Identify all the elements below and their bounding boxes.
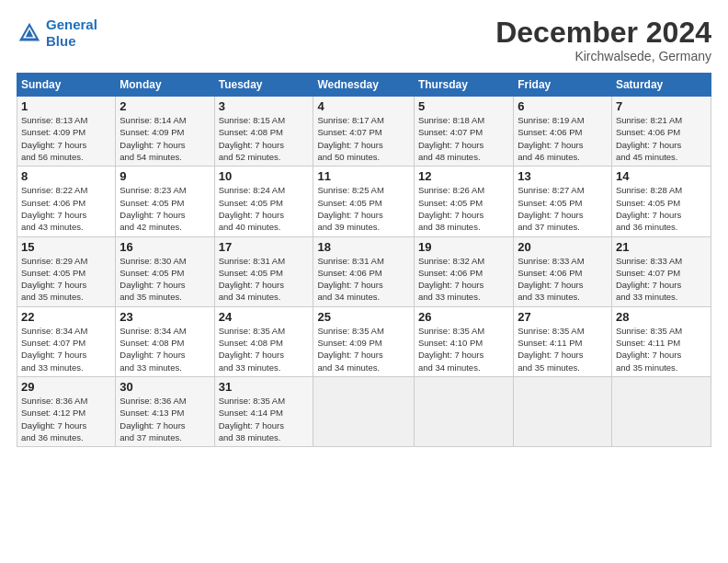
day-info: Sunrise: 8:23 AM Sunset: 4:05 PM Dayligh… [119, 184, 210, 233]
table-row: 24Sunrise: 8:35 AM Sunset: 4:08 PM Dayli… [214, 306, 313, 376]
day-number: 8 [21, 169, 111, 183]
day-number: 13 [518, 169, 608, 183]
day-number: 14 [616, 169, 707, 183]
table-row: 9Sunrise: 8:23 AM Sunset: 4:05 PM Daylig… [116, 167, 214, 236]
col-sunday: Sunday [17, 74, 116, 97]
calendar-row: 1Sunrise: 8:13 AM Sunset: 4:09 PM Daylig… [17, 97, 711, 167]
table-row: 4Sunrise: 8:17 AM Sunset: 4:07 PM Daylig… [313, 97, 414, 167]
day-info: Sunrise: 8:26 AM Sunset: 4:05 PM Dayligh… [418, 184, 509, 233]
day-number: 28 [616, 310, 707, 324]
day-info: Sunrise: 8:33 AM Sunset: 4:07 PM Dayligh… [616, 255, 707, 304]
table-row: 28Sunrise: 8:35 AM Sunset: 4:11 PM Dayli… [611, 306, 711, 376]
table-row: 12Sunrise: 8:26 AM Sunset: 4:05 PM Dayli… [414, 167, 513, 236]
col-tuesday: Tuesday [214, 74, 313, 97]
table-row: 2Sunrise: 8:14 AM Sunset: 4:09 PM Daylig… [116, 97, 214, 167]
day-number: 7 [616, 99, 707, 113]
logo-line2: Blue [46, 33, 76, 49]
day-info: Sunrise: 8:27 AM Sunset: 4:05 PM Dayligh… [518, 184, 608, 233]
logo: General Blue [17, 17, 97, 50]
day-info: Sunrise: 8:36 AM Sunset: 4:13 PM Dayligh… [119, 395, 210, 443]
day-number: 25 [317, 310, 409, 324]
logo-icon [17, 20, 42, 46]
table-row [313, 376, 414, 446]
day-number: 29 [21, 380, 111, 394]
col-thursday: Thursday [414, 74, 513, 97]
table-row: 14Sunrise: 8:28 AM Sunset: 4:05 PM Dayli… [611, 167, 711, 236]
location: Kirchwalsede, Germany [495, 49, 711, 63]
table-row: 10Sunrise: 8:24 AM Sunset: 4:05 PM Dayli… [214, 167, 313, 236]
logo-line1: General [46, 17, 97, 32]
table-row: 21Sunrise: 8:33 AM Sunset: 4:07 PM Dayli… [611, 236, 711, 306]
day-info: Sunrise: 8:34 AM Sunset: 4:08 PM Dayligh… [119, 325, 210, 373]
day-info: Sunrise: 8:28 AM Sunset: 4:05 PM Dayligh… [616, 184, 707, 233]
day-info: Sunrise: 8:29 AM Sunset: 4:05 PM Dayligh… [21, 255, 111, 304]
day-number: 5 [418, 99, 509, 113]
table-row: 18Sunrise: 8:31 AM Sunset: 4:06 PM Dayli… [313, 236, 414, 306]
header: General Blue December 2024 Kirchwalsede,… [17, 17, 711, 63]
day-number: 15 [21, 240, 111, 254]
day-number: 4 [317, 99, 409, 113]
day-number: 21 [616, 240, 707, 254]
table-row: 19Sunrise: 8:32 AM Sunset: 4:06 PM Dayli… [414, 236, 513, 306]
day-info: Sunrise: 8:33 AM Sunset: 4:06 PM Dayligh… [518, 255, 608, 304]
day-info: Sunrise: 8:18 AM Sunset: 4:07 PM Dayligh… [418, 114, 509, 163]
day-number: 6 [518, 99, 608, 113]
day-number: 16 [119, 240, 210, 254]
table-row: 8Sunrise: 8:22 AM Sunset: 4:06 PM Daylig… [17, 167, 116, 236]
col-saturday: Saturday [611, 74, 711, 97]
day-number: 23 [119, 310, 210, 324]
day-info: Sunrise: 8:31 AM Sunset: 4:05 PM Dayligh… [219, 255, 310, 304]
day-info: Sunrise: 8:35 AM Sunset: 4:10 PM Dayligh… [418, 325, 509, 373]
table-row: 15Sunrise: 8:29 AM Sunset: 4:05 PM Dayli… [17, 236, 116, 306]
table-row: 7Sunrise: 8:21 AM Sunset: 4:06 PM Daylig… [611, 97, 711, 167]
day-number: 20 [518, 240, 608, 254]
table-row: 5Sunrise: 8:18 AM Sunset: 4:07 PM Daylig… [414, 97, 513, 167]
day-number: 1 [21, 99, 111, 113]
table-row: 20Sunrise: 8:33 AM Sunset: 4:06 PM Dayli… [514, 236, 612, 306]
day-number: 2 [119, 99, 210, 113]
table-row: 17Sunrise: 8:31 AM Sunset: 4:05 PM Dayli… [214, 236, 313, 306]
table-row: 29Sunrise: 8:36 AM Sunset: 4:12 PM Dayli… [17, 376, 116, 446]
day-info: Sunrise: 8:34 AM Sunset: 4:07 PM Dayligh… [21, 325, 111, 373]
title-block: December 2024 Kirchwalsede, Germany [495, 17, 711, 63]
col-friday: Friday [514, 74, 612, 97]
table-row: 23Sunrise: 8:34 AM Sunset: 4:08 PM Dayli… [116, 306, 214, 376]
day-info: Sunrise: 8:19 AM Sunset: 4:06 PM Dayligh… [518, 114, 608, 163]
day-info: Sunrise: 8:35 AM Sunset: 4:11 PM Dayligh… [518, 325, 608, 373]
table-row [514, 376, 612, 446]
day-info: Sunrise: 8:35 AM Sunset: 4:11 PM Dayligh… [616, 325, 707, 373]
day-number: 9 [119, 169, 210, 183]
month-title: December 2024 [495, 17, 711, 49]
calendar-header-row: Sunday Monday Tuesday Wednesday Thursday… [17, 74, 711, 97]
calendar-row: 29Sunrise: 8:36 AM Sunset: 4:12 PM Dayli… [17, 376, 711, 446]
day-info: Sunrise: 8:31 AM Sunset: 4:06 PM Dayligh… [317, 255, 409, 304]
day-number: 18 [317, 240, 409, 254]
calendar-row: 22Sunrise: 8:34 AM Sunset: 4:07 PM Dayli… [17, 306, 711, 376]
day-info: Sunrise: 8:21 AM Sunset: 4:06 PM Dayligh… [616, 114, 707, 163]
day-info: Sunrise: 8:24 AM Sunset: 4:05 PM Dayligh… [219, 184, 310, 233]
table-row: 3Sunrise: 8:15 AM Sunset: 4:08 PM Daylig… [214, 97, 313, 167]
day-info: Sunrise: 8:17 AM Sunset: 4:07 PM Dayligh… [317, 114, 409, 163]
day-info: Sunrise: 8:35 AM Sunset: 4:09 PM Dayligh… [317, 325, 409, 373]
day-info: Sunrise: 8:14 AM Sunset: 4:09 PM Dayligh… [119, 114, 210, 163]
day-number: 3 [219, 99, 310, 113]
table-row: 13Sunrise: 8:27 AM Sunset: 4:05 PM Dayli… [514, 167, 612, 236]
table-row: 31Sunrise: 8:35 AM Sunset: 4:14 PM Dayli… [214, 376, 313, 446]
table-row: 22Sunrise: 8:34 AM Sunset: 4:07 PM Dayli… [17, 306, 116, 376]
day-info: Sunrise: 8:36 AM Sunset: 4:12 PM Dayligh… [21, 395, 111, 443]
day-number: 22 [21, 310, 111, 324]
day-info: Sunrise: 8:35 AM Sunset: 4:14 PM Dayligh… [219, 395, 310, 443]
table-row: 25Sunrise: 8:35 AM Sunset: 4:09 PM Dayli… [313, 306, 414, 376]
table-row: 27Sunrise: 8:35 AM Sunset: 4:11 PM Dayli… [514, 306, 612, 376]
page: General Blue December 2024 Kirchwalsede,… [0, 0, 728, 563]
day-info: Sunrise: 8:13 AM Sunset: 4:09 PM Dayligh… [21, 114, 111, 163]
day-info: Sunrise: 8:15 AM Sunset: 4:08 PM Dayligh… [219, 114, 310, 163]
table-row [611, 376, 711, 446]
day-number: 10 [219, 169, 310, 183]
table-row: 30Sunrise: 8:36 AM Sunset: 4:13 PM Dayli… [116, 376, 214, 446]
day-number: 24 [219, 310, 310, 324]
table-row: 11Sunrise: 8:25 AM Sunset: 4:05 PM Dayli… [313, 167, 414, 236]
calendar-row: 15Sunrise: 8:29 AM Sunset: 4:05 PM Dayli… [17, 236, 711, 306]
table-row: 6Sunrise: 8:19 AM Sunset: 4:06 PM Daylig… [514, 97, 612, 167]
col-monday: Monday [116, 74, 214, 97]
